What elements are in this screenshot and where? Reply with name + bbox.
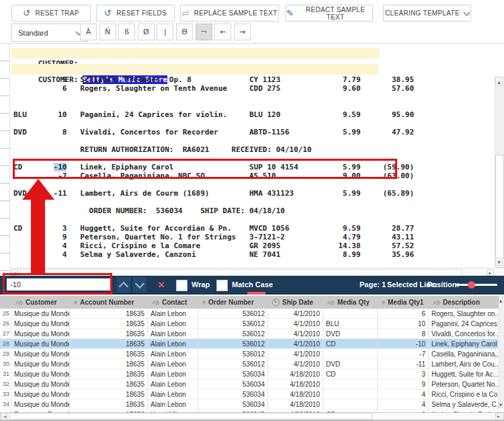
special-char-button[interactable]: Ø [138, 24, 155, 40]
cell-qty1: 8 [378, 329, 429, 339]
scroll-right-button[interactable]: ► [487, 269, 494, 276]
match-case-label: Match Case [232, 280, 273, 289]
gutter-tick [0, 183, 9, 184]
replace-sample-text-button[interactable]: ⇄ REPLACE SAMPLE TEXT [180, 5, 279, 22]
cell-num: 29 [0, 349, 11, 359]
wrap-checkbox[interactable] [176, 280, 187, 291]
table-row[interactable]: 25Musique du Monde18635Alain Lebon536012… [0, 309, 499, 319]
report-line[interactable]: 4 Ricci, Crispino e la Comare GR 2095 14… [13, 241, 414, 250]
cell-customer: Musique du Monde [11, 329, 70, 339]
position-slider-track[interactable] [456, 284, 497, 286]
sample-text-line[interactable]: CUSTOMER: Betty's Music Store [11, 64, 378, 75]
numeric-type-icon: # [202, 299, 206, 306]
table-vertical-scrollbar[interactable]: ▲ ▼ [499, 296, 504, 409]
find-previous-button[interactable] [117, 277, 130, 293]
text-type-icon: Ab [327, 299, 335, 306]
cell-num: 26 [0, 319, 11, 329]
table-row[interactable]: 28Musique du Monde18635Alain Lebon536012… [0, 339, 499, 349]
cell-account: 18635 [70, 359, 148, 369]
trap-expression-line[interactable]: CUSTOMER: [11, 48, 380, 59]
reset-icon: ↺ [104, 9, 112, 17]
cell-contact: Alain Lebon [148, 309, 198, 319]
scroll-thumb[interactable] [9, 413, 372, 420]
gutter-tick [0, 270, 9, 271]
report-line[interactable]: 6 Rogers, Slaughter on Tenth Avenue CDD … [13, 84, 414, 93]
cell-media [323, 309, 378, 319]
chevron-down-icon [135, 279, 144, 289]
table-row[interactable]: 30Musique du Monde18635Alain Lebon536012… [0, 359, 499, 369]
column-header[interactable]: Ship Date [268, 296, 323, 309]
scroll-up-button[interactable]: ▲ [499, 297, 503, 303]
table-body: 25Musique du Monde18635Alain Lebon536012… [0, 309, 499, 412]
cell-num: 34 [0, 399, 11, 410]
column-header[interactable]: #Media Qty1 [378, 296, 429, 309]
scroll-left-button[interactable]: ◄ [1, 413, 8, 419]
cell-num: 25 [0, 309, 11, 319]
scroll-right-button[interactable]: ► [495, 413, 502, 419]
cell-ship: 4/1/2010 [268, 349, 323, 359]
scroll-thumb[interactable] [495, 155, 504, 258]
special-char-button[interactable]: → [234, 24, 251, 40]
trap-type-select[interactable]: Standard [11, 24, 88, 42]
cell-num: 28 [0, 339, 11, 349]
reset-fields-label: RESET FIELDS [116, 9, 167, 17]
position-slider-thumb[interactable] [468, 281, 475, 289]
cell-ship: 4/1/2010 [268, 339, 323, 349]
table-row[interactable]: 26Musique du Monde18635Alain Lebon536012… [0, 319, 499, 329]
report-line[interactable]: 9 Peterson, Quartet No. 1 for Strings 3-… [13, 233, 414, 241]
cell-account: 18635 [70, 399, 148, 410]
table-row[interactable]: 27Musique du Monde18635Alain Lebon536012… [0, 329, 499, 339]
cell-customer: Musique du Monde [11, 379, 70, 389]
text-type-icon: Ab [152, 299, 159, 306]
match-case-checkbox[interactable] [216, 280, 228, 291]
column-header[interactable]: AbMedia Qty [323, 296, 378, 309]
cell-media [323, 349, 378, 359]
column-header[interactable]: AbCustomer [11, 296, 70, 309]
table-row[interactable]: 32Musique du Monde18635Alain Lebon536034… [0, 379, 499, 389]
special-char-button[interactable]: | [157, 24, 173, 40]
scroll-down-button[interactable]: ▼ [499, 401, 503, 408]
report-line[interactable]: DVD -11 Lambert, Airs de Courm (1689) HM… [13, 189, 414, 198]
report-line[interactable]: 5 Scriabin, Preludes, Op. 8 CY 1123 7.79… [13, 75, 414, 84]
cell-qty1: 4 [378, 399, 429, 410]
scroll-up-button[interactable]: ▲ [495, 77, 503, 85]
report-line[interactable]: ORDER NUMBER: 536034 SHIP DATE: 04/18/10 [13, 206, 285, 215]
report-line[interactable]: DVD 8 Vivaldi, Concertos for Recorder AB… [13, 128, 414, 137]
report-line[interactable]: CD 3 Huggett, Suite for Accordian & Pn. … [13, 224, 414, 233]
special-char-button[interactable]: ← [214, 24, 231, 40]
annotation-arrow-shaft [31, 198, 45, 275]
special-char-button[interactable]: ¬ [196, 24, 212, 40]
cell-account: 18635 [70, 329, 148, 339]
report-line[interactable]: 4 Selma y Salaverde, Canzoni NE 7041 8.9… [13, 250, 414, 259]
gutter-tick [0, 253, 9, 254]
redact-sample-text-button[interactable]: ✎ REDACT SAMPLE TEXT [286, 5, 373, 22]
scroll-down-button[interactable]: ▼ [495, 258, 503, 266]
table-row[interactable]: 33Musique du Monde18635Alain Lebon536034… [0, 389, 499, 399]
report-vertical-scrollbar[interactable]: ▲ ▼ [495, 77, 504, 268]
cell-qty1: -11 [378, 359, 429, 369]
cell-ship: 4/18/2010 [268, 399, 323, 410]
column-header[interactable]: #Order Number [198, 296, 268, 309]
reset-fields-button[interactable]: ↺ RESET FIELDS [96, 5, 175, 22]
column-header[interactable]: AbDescription [429, 296, 499, 309]
column-header[interactable]: #Account Number [70, 296, 148, 309]
clearing-template-button[interactable]: CLEARING TEMPLATE [383, 5, 471, 22]
cell-contact: Alain Lebon [148, 339, 198, 349]
reset-trap-button[interactable]: ↺ RESET TRAP [11, 5, 91, 22]
table-row[interactable]: 34Musique du Monde18635Alain Lebon536034… [0, 399, 499, 410]
cell-customer: Musique du Monde [11, 389, 70, 399]
special-char-button[interactable]: ß [118, 24, 135, 40]
find-next-button[interactable] [133, 277, 146, 293]
table-row[interactable]: 31Musique du Monde18635Alain Lebon536034… [0, 369, 499, 379]
column-header[interactable]: AbContact [148, 296, 198, 309]
column-header-label: Description [443, 299, 480, 306]
table-row[interactable]: 29Musique du Monde18635Alain Lebon536012… [0, 349, 499, 359]
special-char-button[interactable]: Ã [80, 24, 97, 40]
clock-icon [272, 299, 280, 306]
cell-desc: Vivaldi, Concertos for... [429, 329, 499, 339]
special-char-button[interactable]: Θ [176, 24, 193, 40]
report-line[interactable]: RETURN AUTHORIZATION: RA6021 RECEIVED: 0… [13, 145, 312, 154]
close-find-button[interactable]: × [153, 277, 169, 293]
special-char-button[interactable]: Ñ [99, 24, 116, 40]
report-line[interactable]: BLU 10 Paganini, 24 Caprices for violin.… [13, 110, 414, 119]
